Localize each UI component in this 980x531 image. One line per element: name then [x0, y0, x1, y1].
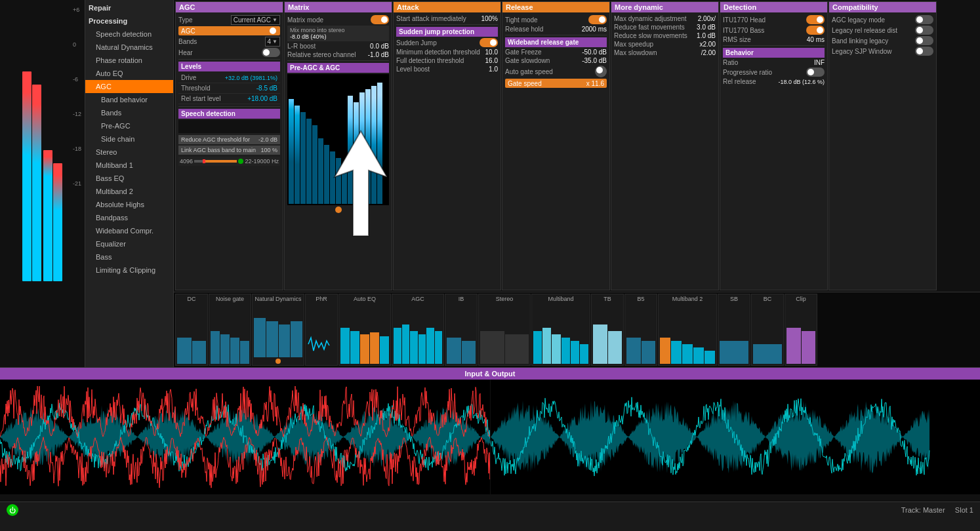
strip-ib-label: IB: [459, 296, 464, 302]
matrix-mode-toggle[interactable]: [371, 15, 389, 24]
orange-dot: [335, 206, 342, 213]
release-panel: Release Tight mode Release hold 2000 ms …: [502, 1, 610, 290]
strip-agc-label: AGC: [411, 296, 424, 302]
sidebar-item-multiband2[interactable]: Multiband 2: [85, 185, 173, 198]
meter-9: [336, 158, 341, 204]
strip-stereo-label: Stereo: [496, 296, 514, 302]
gate-speed-label: Gate speed: [508, 80, 542, 87]
link-agc-label: Link AGC bass band to main: [181, 147, 256, 153]
sidebar-item-widebandcompr[interactable]: Wideband Compr.: [85, 224, 173, 237]
sidebar-item-bands[interactable]: Bands: [85, 106, 173, 119]
sidebar-item-repair[interactable]: Repair: [85, 1, 173, 14]
bands-select[interactable]: 4 ▼: [265, 37, 280, 47]
tight-mode-toggle[interactable]: [588, 15, 607, 24]
levels-title: Levels: [178, 62, 280, 71]
itu1770-head-row: ITU1770 Head: [723, 15, 825, 24]
agc-legacy-toggle[interactable]: [915, 15, 933, 24]
waveform-left-canvas: [0, 380, 490, 494]
preagc-meters: [287, 74, 389, 205]
reduce-agc-row: Reduce AGC threshold for -2.0 dB: [178, 135, 280, 144]
sidebar-item-preagc[interactable]: Pre-AGC: [85, 119, 173, 132]
aeq-bar3: [360, 334, 369, 364]
vu-bars: [22, 3, 62, 285]
power-button[interactable]: ⏻: [7, 504, 18, 516]
sidebar-item-stereo[interactable]: Stereo: [85, 146, 173, 159]
more-dynamic-panel: More dynamic Max dynamic adjustment 2.00…: [611, 1, 719, 290]
sidebar-item-autoeq[interactable]: Auto EQ: [85, 67, 173, 80]
matrix-mode-label: Matrix mode: [287, 16, 369, 24]
hear-toggle[interactable]: [262, 48, 280, 57]
mb2-bar5: [704, 351, 715, 364]
behavior-title: Behavior: [723, 48, 825, 58]
reduce-fast-row: Reduce fast movements 3.0 dB: [614, 24, 716, 31]
mb-bar1: [533, 331, 542, 364]
band-linking-label: Band linking legacy: [832, 37, 914, 45]
waveform-input: [0, 380, 490, 494]
bands-row: Bands 4 ▼: [178, 37, 280, 47]
sudden-jump-toggle[interactable]: [480, 38, 498, 47]
band-linking-toggle[interactable]: [915, 36, 933, 45]
sidebar-item-speech[interactable]: Speech detection: [85, 28, 173, 41]
sidebar-item-sidechain[interactable]: Side chain: [85, 132, 173, 146]
strip-stereo: Stereo: [478, 294, 531, 366]
sidebar-item-agc[interactable]: AGC: [85, 80, 173, 93]
strip-phr-label: PhR: [316, 296, 327, 302]
meter-15: [371, 86, 377, 204]
ng-bar3: [230, 338, 239, 364]
prog-ratio-label: Progressive ratio: [723, 69, 805, 76]
sidebar-item-basseq[interactable]: Bass EQ: [85, 172, 173, 185]
sidebar-item-abshighs[interactable]: Absolute Highs: [85, 198, 173, 211]
divider1: [178, 59, 280, 60]
strip-b5-meter: [626, 304, 655, 364]
strip-clip-label: Clip: [796, 296, 806, 302]
itu1770-head-toggle[interactable]: [806, 15, 825, 24]
strip-agc: AGC: [392, 294, 444, 366]
vu-bar-l: [22, 71, 31, 281]
strip-sb-label: SB: [730, 296, 738, 302]
mb-bar2: [542, 328, 551, 364]
nd-bar2: [266, 321, 278, 357]
sidebar-item-bandpass[interactable]: Bandpass: [85, 211, 173, 224]
meter-6: [318, 138, 323, 204]
gate-freeze-val: -50.0 dB: [582, 49, 607, 56]
status-bar: ⏻ Track: Master Slot 1: [0, 502, 980, 518]
sb-bar1: [720, 341, 748, 364]
sidebar-item-processing[interactable]: Processing: [85, 14, 173, 28]
bottom-strip: DC Noise gate: [174, 292, 980, 367]
threshold-val: -8.5 dB: [256, 85, 277, 92]
gate-slowdown-row: Gate slowdown -35.0 dB: [505, 57, 607, 64]
rel-stereo-val: -1.0 dB: [368, 51, 389, 58]
strip-phr-meter: [307, 304, 336, 364]
strip-noisegate: Noise gate: [209, 294, 251, 366]
sidebar-item-phase[interactable]: Phase rotation: [85, 54, 173, 67]
auto-gate-row: Auto gate speed: [505, 66, 607, 77]
sidebar-item-naturaldyn[interactable]: Natural Dynamics: [85, 41, 173, 54]
rel-release-val: -18.0 dB (12.6 %): [778, 79, 825, 85]
sidebar-item-limiting[interactable]: Limiting & Clipping: [85, 264, 173, 277]
release-hold-val: 2000 ms: [582, 26, 607, 33]
strip-noisegate-label: Noise gate: [216, 296, 244, 302]
waveform-output: [491, 380, 981, 494]
prog-ratio-toggle[interactable]: [806, 68, 825, 77]
sidebar-item-bass[interactable]: Bass: [85, 250, 173, 264]
agcs-bar2: [402, 324, 410, 364]
sidebar-item-multiband1[interactable]: Multiband 1: [85, 159, 173, 172]
meter-5: [312, 125, 317, 204]
lr-boost-val: 0.0 dB: [370, 43, 389, 50]
ratio-label: Ratio: [723, 59, 813, 66]
mb2-bar1: [660, 338, 670, 364]
auto-gate-toggle[interactable]: [595, 66, 607, 77]
sidebar-item-bandbehavior[interactable]: Band behavior: [85, 93, 173, 106]
legacy-sjp-toggle[interactable]: [915, 47, 933, 56]
itu1770-bass-toggle[interactable]: [806, 26, 825, 35]
sidebar-item-equalizer[interactable]: Equalizer: [85, 237, 173, 250]
b5-bar2: [642, 341, 656, 364]
type-select[interactable]: Current AGC ▼: [231, 15, 280, 25]
level-boost-label: Level boost: [396, 66, 487, 73]
detection-title: Detection: [720, 2, 827, 12]
legacy-rel-toggle[interactable]: [915, 26, 933, 35]
strip-tb: TB: [591, 294, 624, 366]
vu-scale: +6 0 -6 -12 -18 -21: [73, 7, 81, 215]
agc-toggle[interactable]: [259, 26, 277, 35]
max-dynamic-label: Max dynamic adjustment: [614, 15, 697, 22]
